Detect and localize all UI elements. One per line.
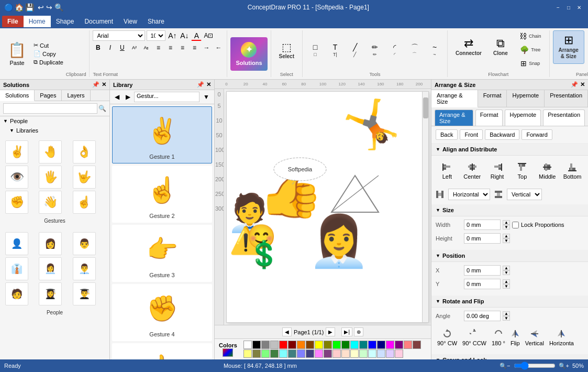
color-chip-35[interactable]	[377, 349, 385, 358]
file-menu-button[interactable]: File	[2, 16, 24, 27]
bezier-tool-button[interactable]: ~ ~	[425, 41, 444, 60]
color-chip-8[interactable]	[315, 341, 323, 349]
angle-down-button[interactable]: ▼	[503, 316, 510, 321]
back-button[interactable]: Back	[436, 129, 458, 140]
gesture-item-2[interactable]: 👉 Gesture 3	[112, 225, 212, 282]
width-up-button[interactable]: ▲	[503, 220, 510, 225]
page-next-button[interactable]: ▶	[326, 327, 335, 336]
subscript-button[interactable]: A₂	[141, 42, 151, 53]
rotate-90ccw-button[interactable]: 90° CCW	[461, 326, 488, 349]
tab-solutions[interactable]: Solutions	[0, 90, 35, 101]
people-thumb-6[interactable]: 🧑	[5, 282, 28, 305]
canvas-object-softpedia[interactable]: Softpedia	[271, 155, 334, 187]
color-chip-11[interactable]	[341, 341, 350, 349]
color-chip-7[interactable]	[306, 341, 314, 349]
zoom-out-icon[interactable]: 🔍−	[500, 363, 510, 369]
gesture-item-3[interactable]: ✊ Gesture 4	[112, 284, 212, 341]
color-chip-22[interactable]	[261, 349, 270, 358]
color-chip-2[interactable]	[261, 341, 270, 349]
view-menu-item[interactable]: View	[118, 16, 142, 27]
arc-tool-button[interactable]: ◜ ◜	[385, 41, 404, 60]
align-left-button[interactable]: Left	[436, 160, 459, 182]
align-section-header[interactable]: ▼ Align and Distribute	[431, 144, 588, 156]
rotate-180-button[interactable]: 180 °	[490, 326, 507, 349]
color-chip-18[interactable]	[404, 341, 412, 349]
front-button[interactable]: Front	[460, 129, 483, 140]
lock-proportions-checkbox[interactable]: Lock Proportions	[512, 222, 564, 228]
people-thumb-2[interactable]: 👨	[73, 232, 96, 255]
solutions-button[interactable]: ✦ Solutions	[230, 37, 267, 71]
vertical-distribute-select[interactable]: Vertical	[507, 189, 542, 200]
color-chip-32[interactable]	[350, 349, 359, 358]
canvas-object-gymnast[interactable]: 🤸	[342, 97, 401, 152]
angle-up-button[interactable]: ▲	[503, 311, 510, 316]
brush-tool-button[interactable]: ✏ ✏	[365, 41, 384, 60]
close-button[interactable]: ✕	[574, 3, 584, 12]
duplicate-button[interactable]: ⧉Duplicate	[32, 58, 65, 66]
color-chip-1[interactable]	[252, 341, 261, 349]
people-thumb-3[interactable]: 👔	[5, 257, 28, 280]
page-add-button[interactable]: ▶|	[341, 327, 352, 336]
forward-button[interactable]: Forward	[522, 129, 552, 140]
connector-button[interactable]: ⇄ Connector	[451, 30, 486, 64]
height-up-button[interactable]: ▲	[503, 234, 510, 238]
gesture-thumb-6[interactable]: ✊	[5, 191, 28, 214]
x-input[interactable]	[464, 265, 501, 276]
color-chip-16[interactable]	[386, 341, 394, 349]
underline-button[interactable]: U	[117, 42, 127, 53]
text-tool-button[interactable]: T T|	[326, 41, 345, 60]
canvas-scrollbar-vertical[interactable]	[422, 92, 428, 322]
color-chip-31[interactable]	[341, 349, 350, 358]
search-icon[interactable]: 🔍	[98, 105, 106, 112]
height-input[interactable]	[464, 233, 501, 244]
library-pin-icon[interactable]: 📌	[197, 81, 204, 88]
y-down-button[interactable]: ▼	[503, 284, 510, 289]
align-middle-button[interactable]: Middle	[536, 160, 559, 182]
text-effects-button[interactable]: A⊡	[203, 30, 214, 41]
align-center-button[interactable]: Center	[461, 160, 484, 182]
align-justify-button[interactable]: ≡	[189, 42, 199, 53]
scrollbar-thumb[interactable]	[423, 97, 428, 118]
width-input[interactable]	[464, 220, 501, 230]
canvas-object-triangle[interactable]	[329, 173, 381, 216]
canvas-object-dollar[interactable]: 💲	[248, 239, 280, 270]
color-chip-15[interactable]	[377, 341, 385, 349]
align-center-button[interactable]: ≡	[165, 42, 175, 53]
backward-button[interactable]: Backward	[485, 129, 519, 140]
right-panel-close-icon[interactable]: ✕	[580, 81, 585, 88]
sub-tab-arrange[interactable]: Arrange & Size	[435, 110, 473, 126]
library-dropdown-button[interactable]: ▼	[201, 92, 212, 102]
sub-tab-presentation[interactable]: Presentation	[543, 110, 585, 126]
zoom-slider[interactable]	[514, 362, 556, 370]
rotate-90cw-button[interactable]: 90° CW	[436, 326, 459, 349]
people-thumb-8[interactable]: 👨‍🎓	[73, 282, 96, 305]
tree-button[interactable]: 🌳 Tree	[515, 44, 546, 56]
color-chip-29[interactable]	[324, 349, 332, 358]
tree-item-libraries[interactable]: ▼ Libraries	[0, 126, 109, 135]
solutions-close-icon[interactable]: ✕	[102, 81, 106, 88]
right-tab-hypernote[interactable]: Hypernote	[507, 90, 545, 107]
horizontal-flip-button[interactable]: Horizonta	[548, 326, 575, 349]
library-forward-button[interactable]: ▶	[123, 92, 133, 102]
shape-menu-item[interactable]: Shape	[51, 16, 80, 27]
gesture-thumb-0[interactable]: ✌️	[5, 140, 28, 163]
color-chip-6[interactable]	[297, 341, 305, 349]
align-bottom-button[interactable]: Bottom	[561, 160, 584, 182]
color-chip-9[interactable]	[324, 341, 332, 349]
color-chip-34[interactable]	[368, 349, 376, 358]
color-chip-17[interactable]	[395, 341, 403, 349]
italic-button[interactable]: I	[105, 42, 115, 53]
gesture-thumb-1[interactable]: 🤚	[39, 140, 62, 163]
color-chip-25[interactable]	[288, 349, 296, 358]
rotate-section-header[interactable]: ▼ Rotate and Flip	[431, 296, 588, 308]
restore-button[interactable]: □	[564, 3, 573, 12]
color-chip-12[interactable]	[350, 341, 359, 349]
people-thumb-7[interactable]: 👩‍🎓	[39, 282, 62, 305]
cut-button[interactable]: ✂Cut	[32, 41, 65, 49]
sub-tab-format[interactable]: Format	[475, 110, 503, 126]
minimize-button[interactable]: −	[553, 3, 563, 12]
color-chip-33[interactable]	[359, 349, 368, 358]
people-thumb-4[interactable]: 👩‍💼	[39, 257, 62, 280]
drawing-canvas[interactable]: 🤸 👍 🧑‍💼 ⚠️ 😊 💲 👩‍💼	[226, 91, 429, 323]
color-chip-21[interactable]	[252, 349, 261, 358]
